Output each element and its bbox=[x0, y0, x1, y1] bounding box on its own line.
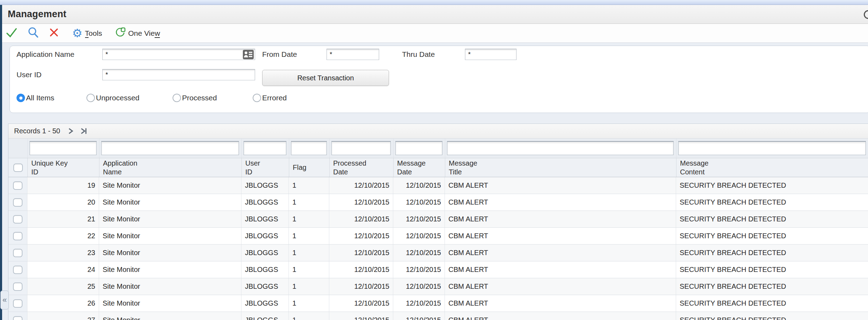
radio-unprocessed[interactable]: Unprocessed bbox=[86, 94, 140, 102]
grid-cell-application_name: Site Monitor bbox=[99, 278, 241, 295]
row-checkbox[interactable] bbox=[13, 316, 22, 320]
radio-errored[interactable]: Errored bbox=[253, 94, 287, 102]
thru-date-label: Thru Date bbox=[402, 50, 435, 59]
row-checkbox[interactable] bbox=[13, 198, 22, 207]
grid-row-22[interactable]: 22Site MonitorJBLOGGS112/10/201512/10/20… bbox=[8, 228, 868, 245]
application-name-label: Application Name bbox=[17, 50, 75, 59]
column-header-unique_key_id[interactable]: Unique Key ID bbox=[27, 158, 99, 177]
visual-assist-icon[interactable] bbox=[243, 50, 254, 59]
grid-cell-user_id: JBLOGGS bbox=[241, 194, 289, 211]
row-checkbox[interactable] bbox=[13, 232, 22, 240]
grid-cell-message_title: CBM ALERT bbox=[445, 194, 676, 211]
row-checkbox[interactable] bbox=[13, 282, 22, 291]
cutoff-circle-icon[interactable] bbox=[864, 10, 868, 19]
grid-cell-message_content: SECURITY BREACH DETECTED bbox=[676, 295, 868, 312]
filter-panel: Application Name From Date Thru Date Use… bbox=[9, 46, 868, 113]
x-icon bbox=[49, 28, 59, 39]
grid-cell-user_id: JBLOGGS bbox=[241, 312, 289, 320]
from-date-input[interactable] bbox=[326, 49, 379, 60]
grid-filter-cell-unique_key_id bbox=[27, 139, 99, 158]
grid-cell-unique_key_id: 21 bbox=[27, 211, 99, 227]
row-checkbox-cell bbox=[8, 228, 27, 244]
grid-filter-cell-message_content bbox=[676, 139, 868, 158]
last-page-icon[interactable] bbox=[80, 128, 88, 134]
grid-cell-processed_date: 12/10/2015 bbox=[329, 194, 393, 211]
grid-cell-processed_date: 12/10/2015 bbox=[329, 278, 393, 295]
radio-all-items[interactable]: All Items bbox=[17, 94, 54, 102]
grid-filter-input-flag[interactable] bbox=[291, 141, 327, 155]
grid-row-19[interactable]: 19Site MonitorJBLOGGS112/10/201512/10/20… bbox=[8, 177, 868, 194]
grid-filter-input-message_content[interactable] bbox=[678, 141, 866, 155]
grid-filter-input-message_title[interactable] bbox=[447, 141, 674, 155]
next-page-icon[interactable] bbox=[68, 128, 74, 134]
grid-filter-input-processed_date[interactable] bbox=[331, 141, 391, 155]
radio-dot bbox=[19, 96, 22, 100]
grid-row-26[interactable]: 26Site MonitorJBLOGGS112/10/201512/10/20… bbox=[8, 295, 868, 312]
close-button[interactable] bbox=[49, 28, 59, 39]
user-id-label: User ID bbox=[17, 71, 41, 79]
column-header-application_name[interactable]: Application Name bbox=[99, 158, 241, 177]
grid-cell-user_id: JBLOGGS bbox=[241, 211, 289, 227]
grid-cell-message_date: 12/10/2015 bbox=[393, 211, 445, 227]
column-header-processed_date[interactable]: Processed Date bbox=[329, 158, 393, 177]
row-checkbox[interactable] bbox=[13, 181, 22, 190]
row-checkbox-cell bbox=[8, 177, 27, 194]
grid-row-24[interactable]: 24Site MonitorJBLOGGS112/10/201512/10/20… bbox=[8, 261, 868, 278]
radio-processed[interactable]: Processed bbox=[173, 94, 217, 102]
grid-row-23[interactable]: 23Site MonitorJBLOGGS112/10/201512/10/20… bbox=[8, 245, 868, 261]
status-radio-group: All ItemsUnprocessedProcessedErrored bbox=[10, 94, 868, 104]
sidebar-collapse-handle[interactable]: « bbox=[0, 291, 9, 309]
grid-row-21[interactable]: 21Site MonitorJBLOGGS112/10/201512/10/20… bbox=[8, 211, 868, 228]
radio-unselected-icon[interactable] bbox=[86, 94, 95, 102]
grid-cell-processed_date: 12/10/2015 bbox=[329, 228, 393, 244]
grid-cell-message_date: 12/10/2015 bbox=[393, 245, 445, 261]
user-id-input[interactable] bbox=[102, 69, 255, 80]
grid-cell-message_title: CBM ALERT bbox=[445, 177, 676, 194]
row-checkbox[interactable] bbox=[13, 249, 22, 257]
one-view-menu[interactable]: One View bbox=[115, 27, 160, 39]
grid-filter-input-application_name[interactable] bbox=[101, 141, 239, 155]
radio-label: All Items bbox=[26, 94, 54, 102]
grid-cell-message_date: 12/10/2015 bbox=[393, 312, 445, 320]
radio-selected-icon[interactable] bbox=[17, 94, 25, 102]
row-checkbox[interactable] bbox=[13, 215, 22, 224]
management-screen: { "window": { "title": "Management" }, "… bbox=[0, 0, 868, 320]
grid-cell-application_name: Site Monitor bbox=[99, 295, 241, 312]
column-header-message_title[interactable]: Message Title bbox=[445, 158, 676, 177]
grid-row-25[interactable]: 25Site MonitorJBLOGGS112/10/201512/10/20… bbox=[8, 278, 868, 295]
row-checkbox-cell bbox=[8, 245, 27, 261]
grid-cell-flag: 1 bbox=[289, 261, 329, 278]
grid-filter-cell-user_id bbox=[241, 139, 289, 158]
ok-button[interactable] bbox=[6, 27, 17, 39]
thru-date-input[interactable] bbox=[465, 49, 517, 60]
column-header-flag[interactable]: Flag bbox=[289, 158, 329, 177]
column-header-message_content[interactable]: Message Content bbox=[676, 158, 868, 177]
grid-filter-input-unique_key_id[interactable] bbox=[30, 141, 97, 155]
grid-filter-input-user_id[interactable] bbox=[244, 141, 286, 155]
grid-cell-flag: 1 bbox=[289, 228, 329, 244]
row-checkbox[interactable] bbox=[13, 266, 22, 274]
radio-unselected-icon[interactable] bbox=[253, 94, 261, 102]
column-header-message_date[interactable]: Message Date bbox=[393, 158, 445, 177]
row-checkbox[interactable] bbox=[13, 299, 22, 308]
grid-header-row: Unique Key IDApplication NameUser IDFlag… bbox=[8, 158, 868, 177]
grid-cell-flag: 1 bbox=[289, 211, 329, 227]
grid-row-20[interactable]: 20Site MonitorJBLOGGS112/10/201512/10/20… bbox=[8, 194, 868, 211]
application-name-input[interactable] bbox=[102, 49, 255, 60]
grid-cell-processed_date: 12/10/2015 bbox=[329, 177, 393, 194]
grid-row-27[interactable]: 27Site MonitorJBLOGGS112/10/201512/10/20… bbox=[8, 312, 868, 320]
grid-cell-message_title: CBM ALERT bbox=[445, 295, 676, 312]
grid-cell-message_date: 12/10/2015 bbox=[393, 261, 445, 278]
find-button[interactable] bbox=[28, 27, 39, 40]
column-header-user_id[interactable]: User ID bbox=[241, 158, 289, 177]
select-all-cell bbox=[8, 158, 27, 177]
grid-cell-flag: 1 bbox=[289, 177, 329, 194]
radio-unselected-icon[interactable] bbox=[173, 94, 181, 102]
tools-menu[interactable]: ⚙ Tools bbox=[72, 27, 102, 39]
grid-cell-user_id: JBLOGGS bbox=[241, 295, 289, 312]
grid-cell-application_name: Site Monitor bbox=[99, 211, 241, 227]
reset-transaction-button[interactable]: Reset Transaction bbox=[262, 70, 389, 86]
grid-filter-input-message_date[interactable] bbox=[395, 141, 442, 155]
grid-cell-message_content: SECURITY BREACH DETECTED bbox=[676, 261, 868, 278]
select-all-checkbox[interactable] bbox=[13, 164, 23, 172]
